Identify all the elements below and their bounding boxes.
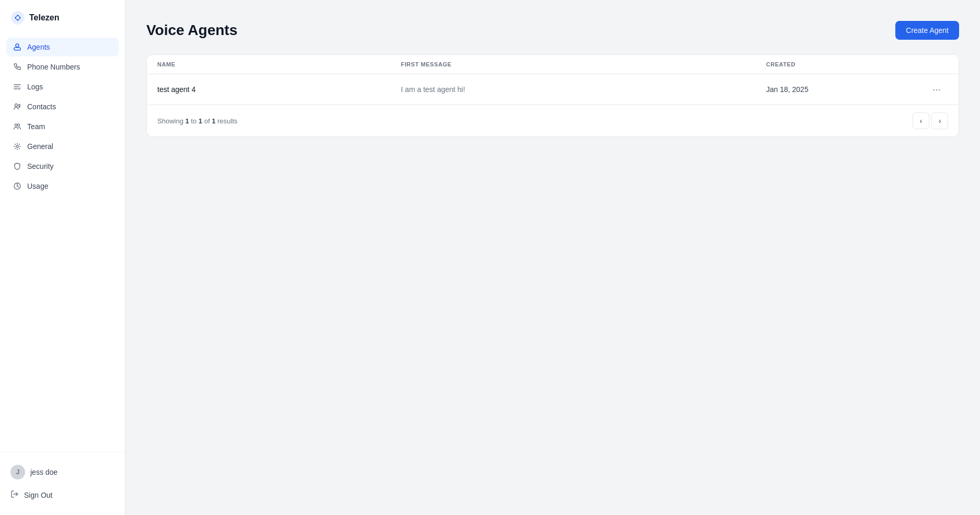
app-name: Telezen (29, 13, 60, 22)
team-icon (13, 122, 22, 131)
svg-point-8 (16, 145, 18, 147)
agents-table-container: NAME FIRST MESSAGE CREATED test agent 4 … (146, 54, 959, 137)
svg-point-3 (16, 44, 19, 47)
sidebar-item-phone-numbers[interactable]: Phone Numbers (6, 58, 119, 76)
logs-icon (13, 82, 22, 91)
sidebar-item-usage-label: Usage (27, 182, 48, 190)
pagination-next-button[interactable]: › (931, 112, 948, 129)
pagination-prev-button[interactable]: ‹ (913, 112, 929, 129)
sidebar-item-general[interactable]: General (6, 137, 119, 156)
create-agent-button[interactable]: Create Agent (895, 21, 959, 40)
svg-point-6 (15, 124, 17, 126)
sidebar-item-contacts-label: Contacts (27, 102, 56, 111)
svg-point-1 (16, 16, 19, 19)
sign-out-label: Sign Out (24, 491, 52, 499)
sidebar-item-agents[interactable]: Agents (6, 38, 119, 56)
agent-first-message-cell: I am a test agent hi! (390, 74, 756, 105)
svg-rect-2 (14, 48, 20, 50)
main-content: Voice Agents Create Agent NAME FIRST MES… (125, 0, 980, 515)
phone-icon (13, 62, 22, 72)
table-row: test agent 4 I am a test agent hi! Jan 1… (147, 74, 959, 105)
agents-table: NAME FIRST MESSAGE CREATED test agent 4 … (147, 55, 959, 105)
sidebar-item-contacts[interactable]: Contacts (6, 97, 119, 116)
svg-point-10 (17, 186, 18, 187)
page-title: Voice Agents (146, 22, 237, 39)
user-name: jess doe (30, 468, 57, 476)
column-header-name: NAME (147, 55, 390, 74)
sign-out-button[interactable]: Sign Out (8, 486, 117, 505)
agent-name-cell: test agent 4 (147, 74, 390, 105)
column-header-actions (918, 55, 959, 74)
svg-point-4 (15, 104, 18, 107)
table-header: NAME FIRST MESSAGE CREATED (147, 55, 959, 74)
sidebar-nav: Agents Phone Numbers Logs (0, 33, 125, 452)
sidebar-item-team[interactable]: Team (6, 117, 119, 136)
sidebar-bottom: J jess doe Sign Out (0, 452, 125, 515)
column-header-first-message: FIRST MESSAGE (390, 55, 756, 74)
sidebar: Telezen Agents Phone Numbers (0, 0, 125, 515)
page-header: Voice Agents Create Agent (146, 21, 959, 40)
agent-created-cell: Jan 18, 2025 (756, 74, 918, 105)
telezen-logo-icon (10, 10, 25, 25)
pagination-buttons: ‹ › (913, 112, 948, 129)
sidebar-item-team-label: Team (27, 122, 45, 131)
general-icon (13, 142, 22, 151)
sidebar-item-logs[interactable]: Logs (6, 77, 119, 96)
logo-area: Telezen (0, 0, 125, 33)
sidebar-item-security-label: Security (27, 162, 54, 170)
user-row: J jess doe (8, 461, 117, 484)
more-options-button[interactable]: ··· (928, 83, 944, 96)
table-body: test agent 4 I am a test agent hi! Jan 1… (147, 74, 959, 105)
svg-point-7 (17, 124, 19, 126)
pagination-text: Showing 1 to 1 of 1 results (157, 117, 237, 125)
svg-point-5 (19, 105, 20, 106)
agents-icon (13, 42, 22, 52)
sidebar-item-usage[interactable]: Usage (6, 177, 119, 196)
sidebar-item-security[interactable]: Security (6, 157, 119, 176)
sidebar-item-agents-label: Agents (27, 43, 50, 51)
agent-actions-cell: ··· (918, 74, 959, 105)
pagination-row: Showing 1 to 1 of 1 results ‹ › (147, 105, 959, 136)
usage-icon (13, 181, 22, 191)
sidebar-item-general-label: General (27, 142, 53, 151)
sidebar-item-phone-numbers-label: Phone Numbers (27, 63, 80, 71)
security-icon (13, 162, 22, 171)
contacts-icon (13, 102, 22, 111)
column-header-created: CREATED (756, 55, 918, 74)
sidebar-item-logs-label: Logs (27, 83, 43, 91)
avatar: J (10, 465, 25, 479)
sign-out-icon (10, 490, 19, 500)
